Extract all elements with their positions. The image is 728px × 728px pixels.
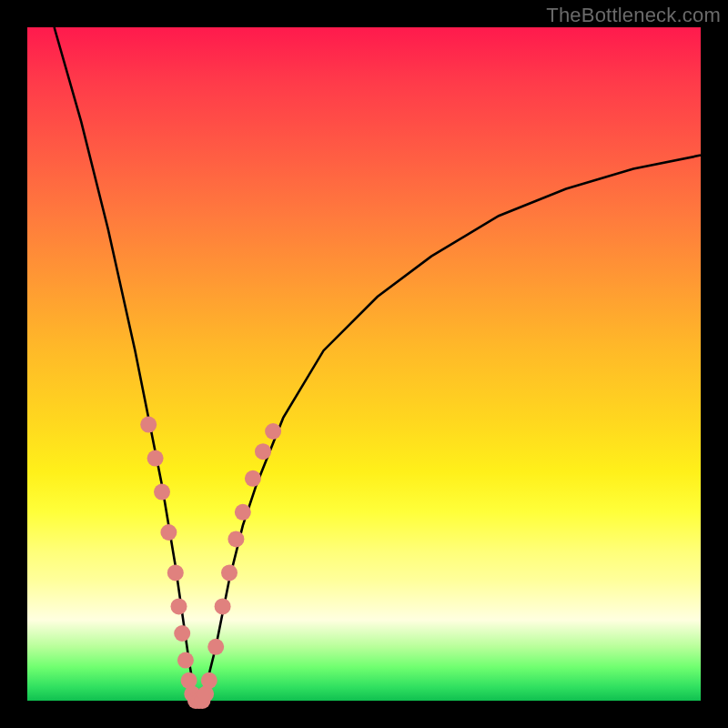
marker-dot [207, 639, 224, 655]
marker-dot [245, 470, 261, 487]
marker-dot [228, 531, 244, 547]
marker-dot [255, 443, 271, 460]
chart-frame: TheBottleneck.com [0, 0, 728, 728]
marker-dot [171, 598, 187, 614]
marker-dot [201, 672, 217, 689]
marker-dot [174, 625, 190, 642]
plot-area [27, 27, 701, 701]
marker-dot [154, 484, 170, 500]
marker-dot [160, 524, 177, 541]
marker-dot [147, 450, 164, 467]
marker-dot [265, 423, 281, 440]
marker-dot [235, 504, 251, 521]
watermark-label: TheBottleneck.com [546, 4, 721, 27]
marker-dot [140, 417, 157, 433]
marker-dot [221, 564, 238, 581]
marker-dot [177, 652, 194, 669]
bottleneck-curve [55, 27, 701, 701]
marker-dot [215, 598, 231, 614]
marker-dot [167, 564, 184, 581]
curve-layer [27, 27, 701, 701]
